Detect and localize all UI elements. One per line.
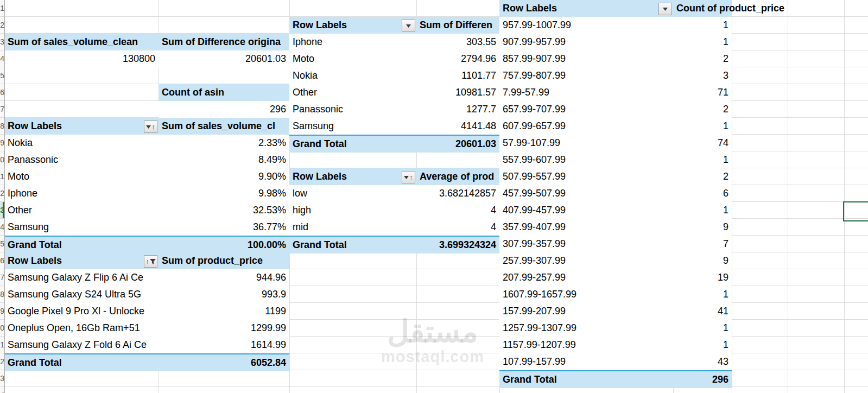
row-value-cell[interactable]: 2.33% bbox=[159, 135, 289, 151]
row-value-cell[interactable]: 1 bbox=[673, 118, 732, 135]
row-number[interactable]: 17 bbox=[0, 269, 4, 286]
row-number[interactable]: 23 bbox=[0, 370, 4, 387]
row-number[interactable]: 13 bbox=[0, 202, 4, 219]
row-number[interactable]: 16 bbox=[0, 252, 4, 269]
row-value-cell[interactable]: 9.90% bbox=[159, 168, 289, 185]
row-value-cell[interactable]: 8.49% bbox=[159, 151, 289, 168]
row-label-cell[interactable]: Moto bbox=[289, 50, 416, 67]
row-value-cell[interactable]: 3 bbox=[673, 67, 732, 84]
row-label-cell[interactable]: 557.99-607.99 bbox=[499, 151, 673, 168]
row-label-cell[interactable]: 1157.99-1207.99 bbox=[499, 337, 673, 353]
row-label-cell[interactable]: 1607.99-1657.99 bbox=[499, 286, 673, 303]
row-value-cell[interactable]: 9 bbox=[673, 252, 732, 269]
volume-summary-value-1[interactable]: 130800 bbox=[4, 50, 159, 67]
row-label-cell[interactable]: 457.99-507.99 bbox=[499, 185, 673, 202]
row-value-cell[interactable]: 4 bbox=[416, 202, 499, 219]
row-number[interactable]: 21 bbox=[0, 337, 4, 353]
row-value-cell[interactable]: 43 bbox=[673, 353, 732, 370]
row-value-cell[interactable]: 74 bbox=[673, 135, 732, 151]
row-number[interactable]: 10 bbox=[0, 151, 4, 168]
row-label-cell[interactable]: Panassonic bbox=[289, 101, 416, 118]
row-value-cell[interactable]: 1199 bbox=[159, 303, 289, 320]
row-label-cell[interactable]: Other bbox=[4, 202, 159, 219]
row-label-cell[interactable]: Samsung Galaxy Z Fold 6 Ai Ce bbox=[4, 337, 159, 353]
row-number[interactable]: 24 bbox=[0, 387, 4, 393]
top-products-value-header[interactable]: Sum of product_price bbox=[159, 252, 289, 269]
row-value-cell[interactable]: 2 bbox=[673, 50, 732, 67]
asin-count-value[interactable]: 296 bbox=[159, 101, 289, 118]
row-value-cell[interactable]: 1 bbox=[673, 17, 732, 34]
filter-sorted-dropdown-icon[interactable]: ↑ bbox=[144, 255, 157, 268]
sort-ascending-dropdown-icon[interactable]: ↑ bbox=[402, 171, 415, 183]
grand-total-label[interactable]: Grand Total bbox=[4, 354, 159, 371]
row-label-cell[interactable]: Nokia bbox=[4, 135, 159, 151]
row-label-cell[interactable]: Iphone bbox=[4, 185, 159, 202]
row-label-cell[interactable]: 757.99-807.99 bbox=[499, 67, 673, 84]
row-value-cell[interactable]: 9.98% bbox=[159, 185, 289, 202]
row-label-cell[interactable]: Google Pixel 9 Pro Xl - Unlocke bbox=[4, 303, 159, 320]
row-label-cell[interactable]: high bbox=[289, 202, 416, 219]
row-value-cell[interactable]: 3.682142857 bbox=[416, 185, 499, 202]
dropdown-arrow-icon[interactable] bbox=[402, 20, 415, 32]
row-label-cell[interactable]: 607.99-657.99 bbox=[499, 118, 673, 135]
row-value-cell[interactable]: 19 bbox=[673, 269, 732, 286]
row-number-column[interactable]: 1 2 3 4 5 6 7 8 9 10 11 12 13 14 15 bbox=[0, 0, 5, 393]
grand-total-value[interactable]: 6052.84 bbox=[159, 354, 289, 371]
row-value-cell[interactable]: 1299.99 bbox=[159, 320, 289, 337]
row-value-cell[interactable]: 1 bbox=[673, 34, 732, 50]
row-number[interactable]: 18 bbox=[0, 286, 4, 303]
row-label-cell[interactable]: 907.99-957.99 bbox=[499, 34, 673, 50]
selected-cell[interactable] bbox=[843, 201, 868, 221]
row-label-cell[interactable]: Panassonic bbox=[4, 151, 159, 168]
grand-total-label[interactable]: Grand Total bbox=[289, 237, 416, 253]
row-value-cell[interactable]: 10981.57 bbox=[416, 84, 499, 101]
grand-total-value[interactable]: 20601.03 bbox=[416, 136, 499, 153]
row-value-cell[interactable]: 1 bbox=[673, 202, 732, 219]
row-label-cell[interactable]: 57.99-107.99 bbox=[499, 135, 673, 151]
row-value-cell[interactable]: 1101.77 bbox=[416, 67, 499, 84]
row-label-cell[interactable]: 207.99-257.99 bbox=[499, 269, 673, 286]
row-value-cell[interactable]: 1614.99 bbox=[159, 337, 289, 353]
row-label-cell[interactable]: Nokia bbox=[289, 67, 416, 84]
row-number[interactable]: 20 bbox=[0, 320, 4, 337]
grand-total-value[interactable]: 3.699324324 bbox=[416, 237, 499, 253]
row-value-cell[interactable]: 4141.48 bbox=[416, 118, 499, 135]
row-value-cell[interactable]: 36.77% bbox=[159, 219, 289, 236]
row-label-cell[interactable]: 1257.99-1307.99 bbox=[499, 320, 673, 337]
row-value-cell[interactable]: 41 bbox=[673, 303, 732, 320]
row-value-cell[interactable]: 1 bbox=[673, 337, 732, 353]
row-value-cell[interactable]: 71 bbox=[673, 84, 732, 101]
row-label-cell[interactable]: Other bbox=[289, 84, 416, 101]
row-value-cell[interactable]: 1 bbox=[673, 320, 732, 337]
row-value-cell[interactable]: 32.53% bbox=[159, 202, 289, 219]
row-label-cell[interactable]: Iphone bbox=[289, 34, 416, 50]
row-value-cell[interactable]: 303.55 bbox=[416, 34, 499, 50]
row-value-cell[interactable]: 9 bbox=[673, 219, 732, 236]
row-label-cell[interactable]: Oneplus Open, 16Gb Ram+51 bbox=[4, 320, 159, 337]
row-label-cell[interactable]: 307.99-357.99 bbox=[499, 236, 673, 252]
row-number[interactable]: 8 bbox=[0, 118, 4, 135]
row-number[interactable]: 12 bbox=[0, 185, 4, 202]
dropdown-arrow-icon[interactable] bbox=[658, 3, 672, 15]
row-label-cell[interactable]: 107.99-157.99 bbox=[499, 353, 673, 370]
volume-summary-value-2[interactable]: 20601.03 bbox=[159, 50, 289, 67]
row-label-cell[interactable]: Moto bbox=[4, 168, 159, 185]
row-number[interactable]: 15 bbox=[0, 236, 4, 252]
row-label-cell[interactable]: Samsung bbox=[4, 219, 159, 236]
row-label-cell[interactable]: 407.99-457.99 bbox=[499, 202, 673, 219]
volume-summary-header-2[interactable]: Sum of Difference origina bbox=[159, 34, 289, 50]
row-number[interactable]: 14 bbox=[0, 219, 4, 236]
row-label-cell[interactable]: 7.99-57.99 bbox=[499, 84, 673, 101]
row-label-cell[interactable]: mid bbox=[289, 219, 416, 236]
brand-share-value-header[interactable]: Sum of sales_volume_cl bbox=[159, 118, 289, 135]
row-value-cell[interactable]: 2 bbox=[673, 101, 732, 118]
row-label-cell[interactable]: 957.99-1007.99 bbox=[499, 17, 673, 34]
row-value-cell[interactable]: 1277.7 bbox=[416, 101, 499, 118]
row-value-cell[interactable]: 1 bbox=[673, 286, 732, 303]
row-label-cell[interactable]: Samsung Galaxy S24 Ultra 5G bbox=[4, 286, 159, 303]
grand-total-label[interactable]: Grand Total bbox=[499, 371, 673, 388]
row-value-cell[interactable]: 2 bbox=[673, 168, 732, 185]
row-number[interactable]: 19 bbox=[0, 303, 4, 320]
row-number[interactable]: 7 bbox=[0, 101, 4, 118]
grand-total-value[interactable]: 100.00% bbox=[159, 237, 289, 253]
